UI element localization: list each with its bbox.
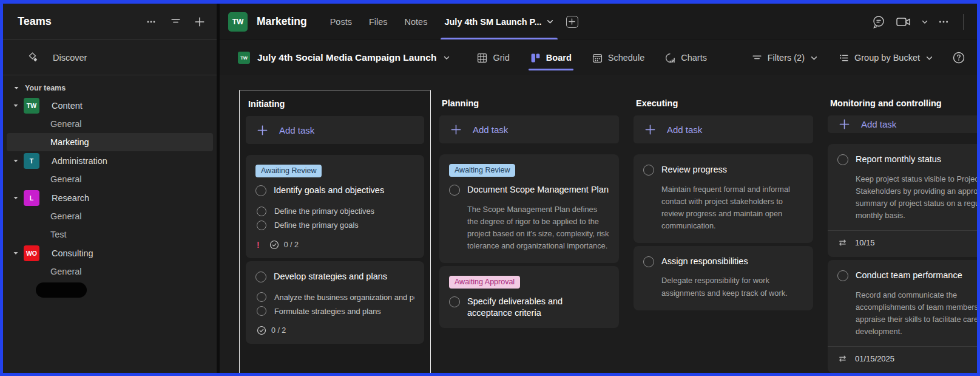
- team-avatar: TW: [228, 12, 248, 32]
- sidebar-channel-test[interactable]: Test: [7, 225, 213, 244]
- sidebar-team-administration[interactable]: TAdministration: [3, 151, 217, 170]
- add-task-button[interactable]: Add task: [439, 115, 619, 143]
- add-icon[interactable]: [194, 16, 206, 28]
- chevron-down-icon[interactable]: [921, 16, 929, 28]
- complete-radio[interactable]: [449, 296, 460, 307]
- complete-radio[interactable]: [643, 165, 654, 176]
- team-name: Administration: [52, 156, 107, 166]
- complete-radio[interactable]: [255, 185, 266, 196]
- bucket-title: Monitoring and controlling: [828, 95, 977, 115]
- complete-radio[interactable]: [255, 272, 266, 282]
- complete-radio[interactable]: [837, 270, 848, 281]
- tab-label: Notes: [405, 17, 428, 27]
- checklist-count-value: 0 / 2: [271, 326, 286, 335]
- group-by-label: Group by Bucket: [854, 53, 920, 63]
- bucket-title: Executing: [634, 95, 813, 115]
- task-card[interactable]: Conduct team performanceRecord and commu…: [828, 260, 977, 373]
- plus-icon: [450, 124, 462, 135]
- topbar-divider: [963, 14, 964, 30]
- sidebar-team-content[interactable]: TWContent: [3, 96, 217, 115]
- view-tab-charts[interactable]: Charts: [655, 40, 717, 75]
- sidebar-channel-general[interactable]: General: [7, 170, 213, 188]
- complete-radio[interactable]: [643, 256, 654, 267]
- task-title-row: Develop strategies and plans: [255, 271, 414, 283]
- tab-posts[interactable]: Posts: [324, 4, 358, 39]
- sidebar-team-consulting[interactable]: WOConsulting: [3, 244, 217, 262]
- task-card[interactable]: Report monthly statusKeep project status…: [828, 144, 977, 257]
- bucket-planning: PlanningAdd taskAwaiting ReviewDocument …: [433, 90, 625, 373]
- checklist: Define the primary objectivesDefine the …: [257, 207, 414, 230]
- redacted-channel[interactable]: [36, 282, 87, 298]
- add-tab-button[interactable]: [566, 16, 578, 28]
- filter-icon[interactable]: [169, 16, 181, 28]
- view-tab-grid[interactable]: Grid: [467, 40, 519, 75]
- checklist-item[interactable]: Define the primary goals: [257, 220, 414, 230]
- task-card[interactable]: Review progressMaintain frequent formal …: [634, 154, 813, 243]
- checklist-count-value: 0 / 2: [284, 241, 299, 249]
- task-card[interactable]: Awaiting ReviewIdentify goals and object…: [246, 155, 424, 258]
- task-card[interactable]: Awaiting ReviewDocument Scope Management…: [439, 154, 619, 263]
- status-label: Awaiting Review: [449, 164, 515, 177]
- tab-files[interactable]: Files: [363, 4, 394, 39]
- tab-july-4th-sm-launch-p-[interactable]: July 4th SM Launch P...: [438, 4, 559, 39]
- plan-avatar: TW: [238, 52, 250, 64]
- tab-label: Posts: [330, 17, 352, 27]
- discover-icon: [27, 52, 39, 64]
- checklist-label: Define the primary goals: [274, 220, 359, 230]
- task-title: Specify deliverables and acceptance crit…: [467, 296, 609, 320]
- bucket-executing: ExecutingAdd taskReview progressMaintain…: [627, 90, 819, 373]
- checklist-radio[interactable]: [257, 306, 266, 316]
- chevron-down-icon: [3, 103, 21, 109]
- add-task-label: Add task: [667, 125, 702, 135]
- channel-tabs: PostsFilesNotesJuly 4th SM Launch P...: [324, 4, 560, 39]
- more-icon[interactable]: [145, 16, 157, 28]
- your-teams-toggle[interactable]: Your teams: [3, 75, 217, 96]
- view-tab-board[interactable]: Board: [520, 40, 582, 75]
- filters-button[interactable]: Filters (2): [745, 53, 825, 63]
- checklist-radio[interactable]: [257, 220, 266, 230]
- complete-radio[interactable]: [837, 154, 848, 165]
- task-card[interactable]: Awaiting ApprovalSpecify deliverables an…: [439, 266, 619, 328]
- recurrence-icon: [837, 354, 848, 363]
- bucket-title: Planning: [439, 95, 619, 115]
- sidebar-team-research[interactable]: LResearch: [3, 188, 217, 207]
- task-title-row: Assign responsibilities: [643, 256, 803, 268]
- sidebar-channel-general[interactable]: General: [7, 262, 213, 281]
- checklist: Analyze the business organization and pe…: [257, 292, 414, 316]
- checklist-item[interactable]: Analyze the business organization and pe…: [257, 292, 414, 302]
- chat-icon[interactable]: [871, 14, 887, 30]
- view-tab-schedule[interactable]: Schedule: [582, 40, 655, 75]
- checklist-label: Formulate strategies and plans: [274, 307, 381, 316]
- plus-icon: [644, 124, 656, 135]
- more-icon[interactable]: [938, 16, 950, 28]
- recurrence-icon: [837, 238, 848, 247]
- complete-radio[interactable]: [449, 185, 460, 196]
- tab-notes[interactable]: Notes: [399, 4, 434, 39]
- sidebar-channel-general[interactable]: General: [7, 115, 213, 133]
- checklist-item[interactable]: Define the primary objectives: [257, 207, 414, 216]
- group-by-button[interactable]: Group by Bucket: [831, 53, 941, 63]
- task-card[interactable]: Develop strategies and plansAnalyze the …: [246, 261, 424, 344]
- sidebar-channel-marketing[interactable]: Marketing: [7, 133, 213, 151]
- plus-icon: [257, 125, 268, 136]
- checklist-item[interactable]: Formulate strategies and plans: [257, 306, 414, 316]
- checklist-radio[interactable]: [257, 207, 266, 216]
- checklist-count: 0 / 2: [257, 326, 286, 335]
- add-task-button[interactable]: Add task: [634, 115, 813, 143]
- add-task-button[interactable]: Add task: [828, 115, 977, 133]
- help-icon[interactable]: [951, 50, 966, 65]
- plus-icon: [839, 118, 850, 130]
- task-title: Develop strategies and plans: [274, 271, 387, 283]
- recurrence-footer: 01/15/2025: [828, 346, 977, 364]
- app-window: Teams Discover Your: [0, 0, 980, 376]
- sidebar-item-discover[interactable]: Discover: [3, 40, 217, 75]
- important-priority-icon: !: [257, 240, 260, 250]
- task-card[interactable]: Assign responsibilitiesDelegate responsi…: [634, 246, 813, 310]
- checklist-radio[interactable]: [257, 292, 266, 302]
- sidebar-channel-general[interactable]: General: [7, 207, 213, 225]
- view-label: Board: [546, 53, 572, 63]
- camera-icon[interactable]: [895, 14, 912, 30]
- add-task-button[interactable]: Add task: [246, 116, 424, 144]
- chevron-down-icon[interactable]: [442, 52, 451, 64]
- checklist-check-icon: [269, 240, 279, 250]
